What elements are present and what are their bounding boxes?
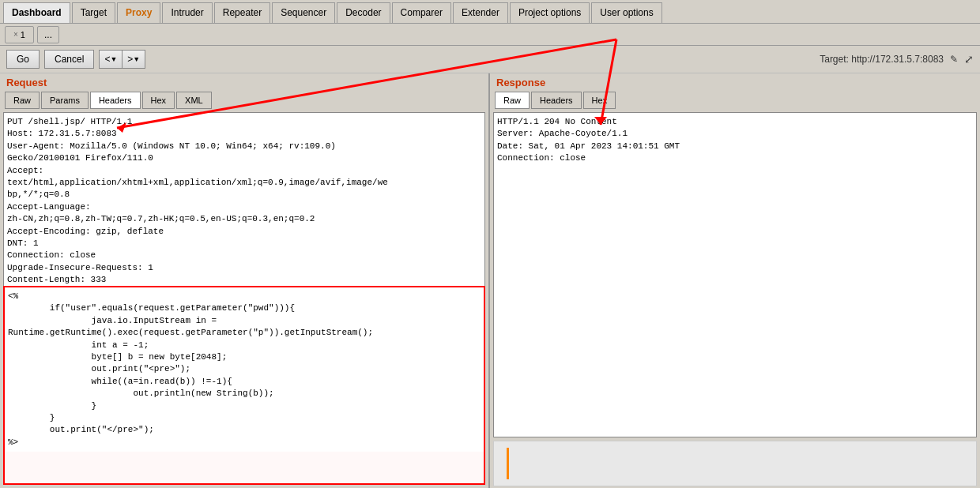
request-tab-hex[interactable]: Hex bbox=[142, 92, 175, 109]
tab-user-options[interactable]: User options bbox=[591, 2, 662, 23]
nav-button-group: < ▼ > ▼ bbox=[99, 50, 145, 69]
forward-button[interactable]: > ▼ bbox=[122, 50, 145, 69]
request-title: Request bbox=[0, 73, 488, 90]
request-content-area: PUT /shell.jsp/ HTTP/1.1 Host: 172.31.5.… bbox=[0, 111, 488, 488]
response-tab-raw[interactable]: Raw bbox=[495, 92, 530, 109]
tab-sequencer[interactable]: Sequencer bbox=[272, 2, 335, 23]
back-button[interactable]: < ▼ bbox=[99, 50, 122, 69]
response-body-text[interactable]: HTTP/1.1 204 No Content Server: Apache-C… bbox=[493, 112, 977, 437]
request-panel-tabs: Raw Params Headers Hex XML bbox=[0, 90, 488, 111]
request-headers-display[interactable]: PUT /shell.jsp/ HTTP/1.1 Host: 172.31.5.… bbox=[3, 112, 485, 286]
toolbar: Go Cancel < ▼ > ▼ Target: http://172.31.… bbox=[0, 46, 980, 73]
response-panel-tabs: Raw Headers Hex bbox=[490, 90, 980, 111]
nav-tabs: Dashboard Target Proxy Intruder Repeater… bbox=[0, 0, 980, 24]
tab-project-options[interactable]: Project options bbox=[510, 2, 590, 23]
sub-tab-dots[interactable]: ... bbox=[37, 26, 59, 43]
response-extra-area bbox=[493, 441, 977, 486]
tab-extender[interactable]: Extender bbox=[453, 2, 508, 23]
toolbar-right: Target: http://172.31.5.7:8083 ✎ ⤢ bbox=[820, 53, 974, 66]
sub-tab-1[interactable]: × 1 bbox=[5, 26, 34, 43]
main-content: Request Raw Params Headers Hex XML PUT /… bbox=[0, 73, 980, 488]
request-code-block[interactable]: <% if("user".equals(request.getParameter… bbox=[3, 286, 485, 485]
tab-repeater[interactable]: Repeater bbox=[214, 2, 270, 23]
target-label: Target: http://172.31.5.7:8083 bbox=[820, 54, 944, 65]
response-tab-headers[interactable]: Headers bbox=[531, 92, 582, 109]
edit-icon[interactable]: ✎ bbox=[950, 54, 958, 65]
request-panel: Request Raw Params Headers Hex XML PUT /… bbox=[0, 73, 490, 488]
tab-dashboard[interactable]: Dashboard bbox=[3, 2, 70, 23]
tab-proxy[interactable]: Proxy bbox=[117, 2, 160, 23]
tab-target[interactable]: Target bbox=[72, 2, 115, 23]
sub-tab-close-icon[interactable]: × bbox=[13, 30, 18, 39]
tab-decoder[interactable]: Decoder bbox=[337, 2, 390, 23]
toolbar-left: Go Cancel < ▼ > ▼ bbox=[6, 50, 145, 69]
cancel-button[interactable]: Cancel bbox=[44, 50, 94, 69]
response-content-area: HTTP/1.1 204 No Content Server: Apache-C… bbox=[490, 111, 980, 488]
expand-icon[interactable]: ⤢ bbox=[964, 53, 974, 66]
chevron-down-icon-fwd: ▼ bbox=[133, 55, 140, 63]
response-tab-hex[interactable]: Hex bbox=[583, 92, 616, 109]
request-tab-raw[interactable]: Raw bbox=[5, 92, 40, 109]
orange-indicator bbox=[507, 448, 509, 479]
request-headers-text: PUT /shell.jsp/ HTTP/1.1 Host: 172.31.5.… bbox=[4, 113, 484, 286]
request-tab-params[interactable]: Params bbox=[41, 92, 89, 109]
request-code-text: <% if("user".equals(request.getParameter… bbox=[5, 287, 484, 452]
chevron-down-icon[interactable]: ▼ bbox=[110, 55, 117, 63]
sub-tabs-row: × 1 ... bbox=[0, 24, 980, 46]
tab-intruder[interactable]: Intruder bbox=[162, 2, 212, 23]
response-panel: Response Raw Headers Hex HTTP/1.1 204 No… bbox=[490, 73, 980, 488]
request-tab-headers[interactable]: Headers bbox=[90, 92, 141, 109]
go-button[interactable]: Go bbox=[6, 50, 40, 69]
tab-comparer[interactable]: Comparer bbox=[392, 2, 451, 23]
request-tab-xml[interactable]: XML bbox=[176, 92, 212, 109]
response-title: Response bbox=[490, 73, 980, 90]
